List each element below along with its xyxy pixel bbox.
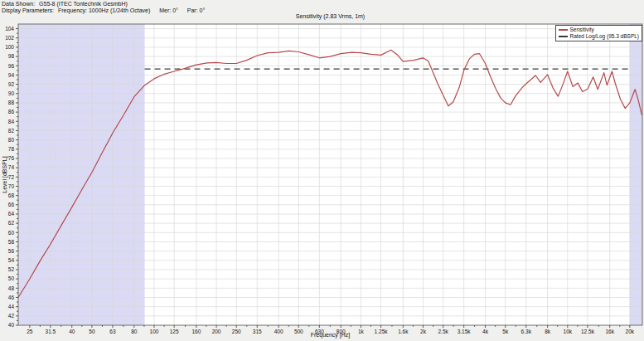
svg-text:76: 76 [8, 155, 15, 161]
svg-text:94: 94 [8, 72, 15, 78]
svg-text:64: 64 [8, 211, 15, 217]
svg-text:104: 104 [5, 26, 14, 32]
svg-text:42: 42 [8, 313, 15, 319]
svg-text:90: 90 [8, 90, 15, 96]
svg-text:50: 50 [8, 275, 15, 281]
legend-item-rated: Rated Log/Log (95.3 dBSPL) [559, 33, 639, 40]
svg-text:48: 48 [8, 285, 15, 291]
sensitivity-line-swatch [559, 29, 568, 31]
x-axis-title: Frequency [Hz] [18, 332, 642, 338]
svg-text:58: 58 [8, 239, 15, 245]
legend-label-rated: Rated Log/Log (95.3 dBSPL) [570, 33, 639, 40]
svg-text:86: 86 [8, 109, 15, 114]
svg-text:72: 72 [8, 174, 15, 180]
svg-text:88: 88 [8, 100, 15, 105]
legend: Sensitivity Rated Log/Log (95.3 dBSPL) [555, 25, 642, 41]
svg-text:60: 60 [8, 230, 15, 236]
rated-line-swatch [559, 36, 568, 37]
svg-text:100: 100 [5, 44, 14, 50]
legend-item-sensitivity: Sensitivity [559, 27, 639, 33]
svg-text:68: 68 [8, 192, 15, 198]
svg-text:62: 62 [8, 220, 15, 226]
svg-text:82: 82 [8, 128, 15, 134]
svg-text:40: 40 [8, 322, 15, 328]
sensitivity-frequency-plot: 4042444648505254565860626466687072747678… [0, 0, 644, 341]
svg-text:92: 92 [8, 81, 15, 87]
svg-text:102: 102 [5, 35, 14, 41]
svg-text:98: 98 [8, 53, 15, 59]
svg-text:52: 52 [8, 266, 15, 272]
svg-text:96: 96 [8, 63, 15, 69]
legend-label-sensitivity: Sensitivity [570, 27, 594, 33]
svg-text:66: 66 [8, 202, 15, 207]
svg-text:44: 44 [8, 304, 15, 309]
svg-text:70: 70 [8, 183, 15, 189]
y-axis-title: Level [dBSPL] [2, 142, 9, 208]
svg-text:56: 56 [8, 248, 15, 254]
svg-text:78: 78 [8, 146, 15, 152]
svg-text:84: 84 [8, 119, 15, 124]
svg-text:46: 46 [8, 295, 15, 300]
svg-text:80: 80 [8, 137, 15, 143]
svg-text:54: 54 [8, 257, 15, 263]
svg-text:74: 74 [8, 164, 15, 170]
